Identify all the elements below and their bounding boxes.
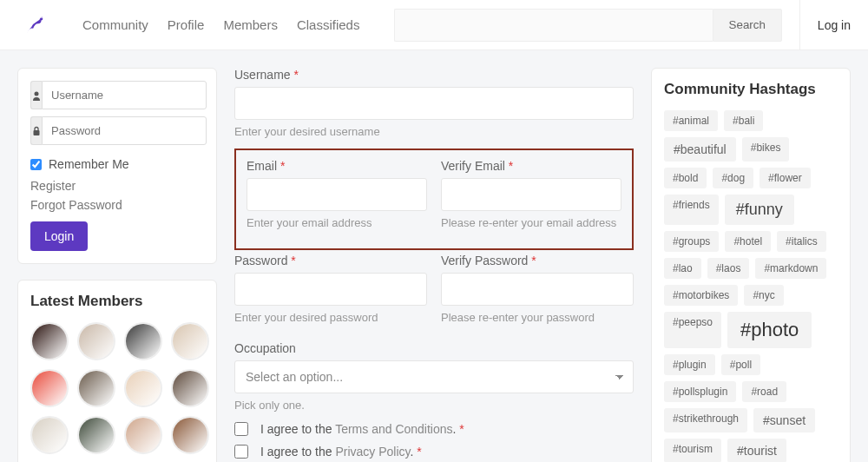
terms-checkbox[interactable] [234,422,248,436]
username-input[interactable] [42,81,207,109]
hashtag[interactable]: #tourist [727,439,786,462]
login-link[interactable]: Log in [799,0,851,50]
hashtag[interactable]: #dog [713,168,753,188]
logo[interactable] [17,8,52,43]
verify-password-label: Verify Password * [441,254,634,267]
svg-point-0 [35,91,39,96]
main-nav: Community Profile Members Classifieds [82,17,359,32]
avatar[interactable] [30,416,69,454]
avatar[interactable] [30,322,69,360]
terms-row[interactable]: I agree to the Terms and Conditions. * [234,422,634,436]
avatar[interactable] [171,322,209,360]
login-box: Remember Me Register Forgot Password Log… [17,68,217,264]
hashtag[interactable]: #peepso [664,312,721,348]
hashtag[interactable]: #bold [664,168,707,188]
occupation-hint: Pick only one. [234,399,634,412]
username-label: Username * [234,68,634,82]
privacy-link[interactable]: Privacy Policy [335,445,410,459]
reg-verify-password-input[interactable] [441,273,634,306]
hashtag[interactable]: #flower [760,168,811,188]
remember-label: Remember Me [49,157,129,171]
occupation-select[interactable]: Select an option... [234,360,634,393]
avatar[interactable] [124,369,162,407]
search-input[interactable] [394,9,712,42]
header: Community Profile Members Classifieds Se… [0,0,868,50]
avatar[interactable] [30,369,69,407]
email-highlight-box: Email * Enter your email address Verify … [234,148,634,250]
remember-me[interactable]: Remember Me [30,152,204,176]
forgot-password-link[interactable]: Forgot Password [30,195,204,214]
reg-email-input[interactable] [247,178,427,211]
reg-verify-email-input[interactable] [441,178,621,211]
register-link[interactable]: Register [30,176,204,195]
login-button[interactable]: Login [30,221,88,251]
email-hint: Enter your email address [247,216,427,229]
privacy-checkbox[interactable] [234,445,248,459]
hashtag[interactable]: #funny [725,195,794,225]
hashtag[interactable]: #nyc [744,285,783,306]
latest-members-title: Latest Members [30,293,204,310]
hashtag[interactable]: #road [742,381,786,402]
hashtag[interactable]: #italics [777,231,826,252]
hashtags-box: Community Hashtags #animal#bali#beautifu… [651,68,851,462]
hashtag[interactable]: #poll [721,354,760,375]
verify-email-label: Verify Email * [441,159,621,173]
avatar[interactable] [171,416,209,454]
reg-username-input[interactable] [234,87,634,120]
avatar[interactable] [124,416,162,454]
hashtag[interactable]: #photo [727,312,812,348]
hashtags-title: Community Hashtags [664,81,838,98]
terms-link[interactable]: Terms and Conditions [335,422,452,436]
hashtag[interactable]: #motorbikes [664,285,738,306]
nav-community[interactable]: Community [82,17,148,32]
hashtag[interactable]: #beautiful [664,137,736,162]
hashtag[interactable]: #markdown [755,258,826,279]
hashtag[interactable]: #groups [664,231,719,252]
nav-members[interactable]: Members [223,17,278,32]
search-button[interactable]: Search [713,9,782,42]
verify-password-hint: Please re-enter your password [441,311,634,324]
avatar[interactable] [77,416,115,454]
hashtag[interactable]: #plugin [664,354,715,375]
hashtag[interactable]: #bali [724,110,763,131]
email-label: Email * [247,159,427,173]
hashtag[interactable]: #strikethrough [664,408,747,432]
occupation-label: Occupation [234,341,634,355]
remember-checkbox[interactable] [30,159,42,170]
username-hint: Enter your desired username [234,125,634,138]
password-hint: Enter your desired password [234,311,427,324]
hashtag[interactable]: #pollsplugin [664,381,736,402]
hashtag[interactable]: #animal [664,110,718,131]
nav-profile[interactable]: Profile [168,17,205,32]
register-form: Username * Enter your desired username E… [234,68,634,462]
hashtag[interactable]: #laos [707,258,750,279]
nav-classifieds[interactable]: Classifieds [297,17,360,32]
latest-members: Latest Members [17,280,217,462]
avatar[interactable] [171,369,209,407]
user-icon [30,81,42,109]
hashtag[interactable]: #sunset [753,408,815,432]
hashtag[interactable]: #tourism [664,439,721,462]
verify-email-hint: Please re-enter your email address [441,216,621,229]
avatar[interactable] [77,322,115,360]
hashtag[interactable]: #bikes [742,137,790,162]
hashtag[interactable]: #friends [664,195,719,225]
reg-password-input[interactable] [234,273,427,306]
hashtag[interactable]: #hotel [725,231,771,252]
avatar[interactable] [124,322,162,360]
svg-rect-1 [34,130,40,135]
avatar[interactable] [77,369,115,407]
search-form: Search [394,9,781,42]
lock-icon [30,116,42,145]
password-label: Password * [234,254,427,267]
password-input[interactable] [42,116,207,145]
hashtag[interactable]: #lao [664,258,701,279]
privacy-row[interactable]: I agree to the Privacy Policy. * [234,445,634,459]
